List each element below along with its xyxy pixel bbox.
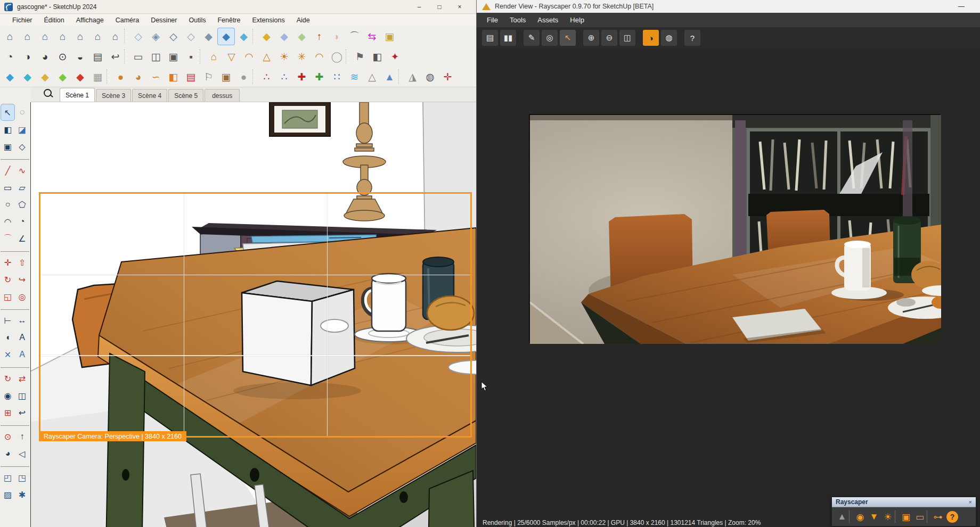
rayscaper-floating-palette[interactable]: Rayscaper × ▲◉▼☀▣▭⊶ ?: [831, 497, 976, 526]
palette-tool[interactable]: ◕: [1, 445, 15, 462]
palette-tool[interactable]: ↑: [15, 428, 29, 445]
toolbar-icon[interactable]: ◆: [275, 28, 293, 45]
palette-tool[interactable]: ⊙: [1, 428, 15, 445]
toolbar-icon[interactable]: ◔: [1, 48, 19, 65]
palette-tool[interactable]: ╱: [1, 162, 15, 179]
toolbar-icon[interactable]: ◫: [147, 48, 165, 65]
window-control-button[interactable]: □: [429, 0, 450, 14]
toolbar-icon[interactable]: ◇: [165, 28, 182, 45]
toolbar-icon[interactable]: ⊙: [54, 48, 71, 65]
palette-tool[interactable]: ∠: [15, 230, 29, 247]
toolbar-icon[interactable]: [398, 69, 404, 84]
palette-tool[interactable]: ○: [1, 196, 15, 213]
help-icon[interactable]: ?: [946, 511, 958, 523]
toolbar-icon[interactable]: ▪: [182, 48, 200, 65]
scene-tab[interactable]: Scène 5: [168, 89, 203, 102]
palette-tool[interactable]: ▭: [1, 179, 15, 196]
palette-tool[interactable]: ⇄: [15, 370, 29, 387]
palette-tool[interactable]: [1, 421, 29, 426]
menu-item[interactable]: Fenêtre: [211, 17, 246, 24]
toolbar-icon[interactable]: ▦: [89, 68, 107, 86]
scene-tab[interactable]: Scène 3: [96, 89, 131, 102]
palette-tool[interactable]: ↻: [1, 370, 15, 387]
toolbar-icon[interactable]: ∴: [275, 68, 293, 86]
toolbar-icon[interactable]: ⌂: [1, 28, 19, 45]
palette-titlebar[interactable]: Rayscaper ×: [832, 497, 976, 507]
modeling-viewport[interactable]: Rayscaper Camera: Perspective | 3840 x 2…: [31, 102, 476, 527]
palette-tool[interactable]: ▣: [1, 138, 15, 155]
palette-icon[interactable]: ▲: [835, 509, 849, 524]
toolbar-icon[interactable]: [200, 49, 205, 64]
palette-tool[interactable]: ◉: [1, 387, 15, 404]
toolbar-icon[interactable]: ⌒: [346, 28, 363, 45]
toolbar-icon[interactable]: ◕: [129, 68, 147, 86]
palette-icon[interactable]: ▭: [913, 509, 927, 524]
toolbar-icon[interactable]: ◆: [293, 28, 311, 45]
palette-tool[interactable]: [1, 155, 29, 160]
toolbar-icon[interactable]: ▲: [381, 68, 398, 86]
toolbar-icon[interactable]: ◆: [235, 28, 252, 45]
toolbar-icon[interactable]: [124, 49, 129, 64]
window-control-button[interactable]: ×: [450, 0, 470, 14]
toolbar-icon[interactable]: [252, 69, 258, 84]
toolbar-icon[interactable]: ◗: [328, 28, 346, 45]
toolbar-icon[interactable]: ▣: [217, 68, 235, 86]
toolbar-icon[interactable]: ◑: [19, 48, 36, 65]
menu-item[interactable]: Tools: [504, 16, 532, 24]
toolbar-icon[interactable]: ⌂: [19, 28, 36, 45]
menu-item[interactable]: Fichier: [6, 17, 38, 24]
render-toolbar-button[interactable]: ◫: [619, 30, 635, 46]
menu-item[interactable]: Outils: [183, 17, 211, 24]
palette-tool[interactable]: ▨: [1, 486, 15, 503]
toolbar-icon[interactable]: ✚: [293, 68, 311, 86]
toolbar-icon[interactable]: ◆: [200, 28, 217, 45]
palette-tool[interactable]: ◳: [15, 469, 29, 486]
menu-item[interactable]: File: [481, 16, 504, 24]
toolbar-icon[interactable]: ◆: [54, 68, 71, 86]
palette-icon[interactable]: [895, 510, 899, 523]
toolbar-icon[interactable]: ◠: [311, 48, 328, 65]
toolbar-icon[interactable]: ◕: [36, 48, 54, 65]
palette-tool[interactable]: ◖: [1, 329, 15, 346]
render-toolbar-button[interactable]: ⊕: [583, 30, 599, 46]
toolbar-icon[interactable]: ◆: [71, 68, 89, 86]
palette-tool[interactable]: ◧: [1, 121, 15, 138]
toolbar-icon[interactable]: ◒: [71, 48, 89, 65]
toolbar-icon[interactable]: ☀: [275, 48, 293, 65]
toolbar-icon[interactable]: ∷: [328, 68, 346, 86]
palette-tool[interactable]: A: [15, 346, 29, 363]
toolbar-icon[interactable]: ∴: [258, 68, 275, 86]
toolbar-icon[interactable]: ↑: [311, 28, 328, 45]
search-icon[interactable]: [42, 88, 55, 101]
render-toolbar-button[interactable]: ?: [684, 30, 700, 46]
toolbar-icon[interactable]: ⇆: [363, 28, 381, 45]
toolbar-icon[interactable]: ✚: [311, 68, 328, 86]
menu-item[interactable]: Help: [564, 16, 590, 24]
menu-item[interactable]: Dessiner: [145, 17, 183, 24]
toolbar-icon[interactable]: [124, 29, 129, 44]
palette-tool[interactable]: ▱: [15, 179, 29, 196]
palette-tool[interactable]: ◔: [15, 213, 29, 230]
toolbar-icon[interactable]: ⌂: [36, 28, 54, 45]
palette-tool[interactable]: ◰: [1, 469, 15, 486]
toolbar-icon[interactable]: ▽: [223, 48, 240, 65]
menu-item[interactable]: Aide: [291, 17, 316, 24]
palette-tool[interactable]: ∿: [15, 162, 29, 179]
toolbar-icon[interactable]: ◧: [165, 68, 182, 86]
palette-tool[interactable]: ✱: [15, 486, 29, 503]
toolbar-icon[interactable]: ●: [235, 68, 252, 86]
palette-tool[interactable]: ✛: [1, 254, 15, 271]
palette-tool[interactable]: ◫: [15, 387, 29, 404]
palette-tool[interactable]: ⬠: [15, 196, 29, 213]
palette-icon[interactable]: ◉: [853, 509, 867, 524]
palette-tool[interactable]: ◎: [15, 288, 29, 305]
render-toolbar-button[interactable]: ↖: [560, 30, 576, 46]
rendered-image[interactable]: [529, 114, 940, 343]
toolbar-icon[interactable]: ◆: [217, 28, 235, 45]
menu-item[interactable]: Assets: [532, 16, 564, 24]
toolbar-icon[interactable]: ◇: [129, 28, 147, 45]
toolbar-icon[interactable]: ●: [112, 68, 129, 86]
toolbar-icon[interactable]: ↩: [107, 48, 124, 65]
render-toolbar-button[interactable]: [518, 30, 521, 46]
palette-tool[interactable]: [1, 462, 29, 467]
